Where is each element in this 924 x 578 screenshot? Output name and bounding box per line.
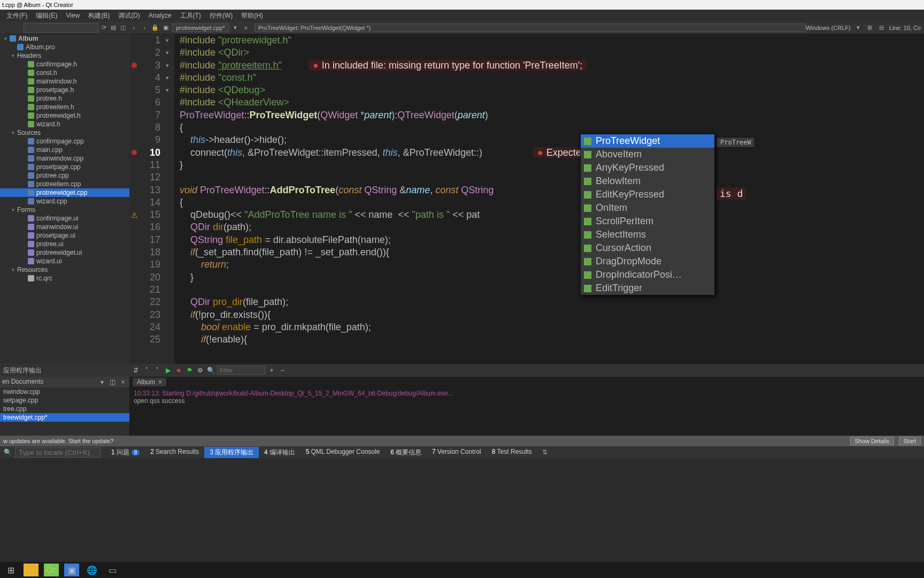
code-line[interactable]: connect(this, &ProTreeWidget::itemPresse… bbox=[180, 147, 924, 159]
line-ending-selector[interactable]: Windows (CRLF) bbox=[806, 25, 851, 31]
code-editor[interactable]: ⚠ 12345678910111213141516171819202122232… bbox=[129, 34, 924, 364]
status-tab[interactable]: 6概要信息 bbox=[385, 447, 427, 458]
code-line[interactable] bbox=[180, 284, 924, 296]
menu-item[interactable]: 帮助(H) bbox=[237, 10, 267, 21]
back-icon[interactable]: ‹ bbox=[129, 24, 138, 32]
tree-item[interactable]: main.cpp bbox=[0, 146, 129, 154]
code-line[interactable]: if(!enable){ bbox=[180, 333, 924, 346]
tree-item[interactable]: mainwindow.ui bbox=[0, 223, 129, 231]
tree-item[interactable]: ▾Resources bbox=[0, 265, 129, 274]
code-line[interactable]: void ProTreeWidget::AddProToTree(const Q… bbox=[180, 184, 924, 196]
dropdown-icon[interactable]: ▾ bbox=[231, 24, 240, 32]
tree-item[interactable]: ▾Forms bbox=[0, 206, 129, 214]
breakpoint-icon[interactable] bbox=[132, 150, 137, 155]
remove-icon[interactable]: − bbox=[278, 366, 287, 375]
split-v-icon[interactable]: ⊟ bbox=[877, 24, 886, 32]
open-doc-item[interactable]: treewidget.cpp* bbox=[0, 413, 129, 422]
start-update-button[interactable]: Start bbox=[899, 437, 921, 445]
code-line[interactable]: if(_set_path.find(file_path) != _set_pat… bbox=[180, 246, 924, 258]
status-tab[interactable]: 3应用程序输出 bbox=[204, 447, 259, 458]
warning-icon[interactable]: ⚠ bbox=[131, 211, 138, 219]
code-line[interactable]: QDir dir(path); bbox=[180, 221, 924, 233]
tree-item[interactable]: confirmpage.ui bbox=[0, 214, 129, 223]
tree-icon[interactable]: ⇵ bbox=[132, 366, 140, 375]
autocomplete-item[interactable]: CursorAction bbox=[581, 241, 714, 255]
tree-item[interactable]: rc.qrc bbox=[0, 274, 129, 283]
autocomplete-popup[interactable]: ProTreeWidgetAboveItemAnyKeyPressedBelow… bbox=[580, 134, 715, 295]
code-line[interactable]: if(!pro_dir.exists()){ bbox=[180, 309, 924, 321]
autocomplete-item[interactable]: SelectItems bbox=[581, 228, 714, 241]
up-icon[interactable]: ˄ bbox=[142, 366, 151, 375]
autocomplete-item[interactable]: EditTrigger bbox=[581, 282, 714, 295]
tree-item[interactable]: wizard.cpp bbox=[0, 197, 129, 206]
menu-item[interactable]: 构建(B) bbox=[84, 10, 114, 21]
menu-item[interactable]: 控件(W) bbox=[205, 10, 237, 21]
output-tab-album[interactable]: Album× bbox=[133, 378, 166, 386]
run-icon[interactable]: ▶ bbox=[164, 366, 172, 375]
open-doc-item[interactable]: setpage.cpp bbox=[0, 396, 129, 405]
more-icon[interactable]: ⇅ bbox=[541, 448, 549, 457]
code-line[interactable]: #include "const.h" bbox=[180, 72, 924, 84]
tree-item[interactable]: confirmpage.cpp bbox=[0, 137, 129, 146]
tree-item[interactable]: mainwindow.cpp bbox=[0, 154, 129, 163]
code-line[interactable]: QDir pro_dir(file_path); bbox=[180, 296, 924, 308]
project-root[interactable]: ▾Album bbox=[0, 34, 129, 43]
open-doc-item[interactable]: nwindow.cpp bbox=[0, 387, 129, 396]
menu-item[interactable]: Analyze bbox=[144, 11, 176, 20]
dropdown-icon[interactable]: ▾ bbox=[854, 24, 863, 32]
settings-icon[interactable]: ⚙ bbox=[196, 366, 204, 375]
fold-toggle[interactable]: ▾ bbox=[166, 72, 174, 84]
code-line[interactable]: this->header()->hide(); bbox=[180, 134, 924, 146]
code-line[interactable]: #include <QDebug> bbox=[180, 84, 924, 96]
autocomplete-item[interactable]: EditKeyPressed bbox=[581, 188, 714, 201]
autocomplete-item[interactable]: DragDropMode bbox=[581, 255, 714, 268]
locator-input[interactable] bbox=[15, 447, 101, 458]
autocomplete-item[interactable]: AboveItem bbox=[581, 148, 714, 161]
os-taskbar[interactable]: ⊞ Qc ▣ 🌐 ▭ bbox=[0, 562, 924, 578]
task-view-icon[interactable]: ⊞ bbox=[3, 564, 18, 576]
tree-item[interactable]: protree.ui bbox=[0, 240, 129, 248]
autocomplete-item[interactable]: BelowItem bbox=[581, 174, 714, 188]
tree-item[interactable]: confirmpage.h bbox=[0, 60, 129, 69]
tree-item[interactable]: wizard.ui bbox=[0, 257, 129, 265]
tree-item[interactable]: const.h bbox=[0, 69, 129, 77]
code-line[interactable]: #include "protreeitem.h" In included fil… bbox=[180, 59, 924, 72]
status-tab[interactable]: 2Search Results bbox=[145, 447, 204, 458]
explorer-icon[interactable] bbox=[24, 564, 38, 576]
tree-item[interactable]: protreewidget.h bbox=[0, 111, 129, 120]
output-filter[interactable] bbox=[217, 366, 265, 375]
tree-item[interactable]: ▾Sources bbox=[0, 128, 129, 137]
split-h-icon[interactable]: ⊞ bbox=[866, 24, 874, 32]
status-tab[interactable]: 7Version Control bbox=[427, 447, 487, 458]
tree-item[interactable]: protree.h bbox=[0, 94, 129, 103]
menu-item[interactable]: 编辑(E) bbox=[32, 10, 61, 21]
autocomplete-item[interactable]: OnItem bbox=[581, 201, 714, 215]
lock-icon[interactable]: 🔒 bbox=[151, 24, 159, 32]
code-line[interactable]: return; bbox=[180, 258, 924, 271]
split-icon[interactable]: ◫ bbox=[109, 378, 117, 386]
breakpoint-icon[interactable] bbox=[132, 63, 137, 68]
tree-item[interactable]: Album.pro bbox=[0, 43, 129, 51]
tree-item[interactable]: protree.cpp bbox=[0, 171, 129, 180]
filter-icon[interactable]: ▤ bbox=[109, 24, 118, 32]
autocomplete-item[interactable]: DropIndicatorPosi… bbox=[581, 268, 714, 282]
photos-icon[interactable]: ▣ bbox=[64, 564, 79, 576]
split-icon[interactable]: ◫ bbox=[119, 24, 127, 32]
rerun-icon[interactable]: ⚑ bbox=[185, 366, 194, 375]
fold-toggle[interactable]: ▾ bbox=[166, 84, 174, 96]
add-icon[interactable]: + bbox=[267, 366, 276, 375]
open-doc-item[interactable]: tree.cpp bbox=[0, 405, 129, 413]
tree-item[interactable]: wizard.h bbox=[0, 120, 129, 128]
menu-item[interactable]: 文件(F) bbox=[2, 10, 32, 21]
close-icon[interactable]: × bbox=[158, 378, 162, 386]
open-documents-pane[interactable]: en Documents▾ ◫ × nwindow.cppsetpage.cpp… bbox=[0, 377, 129, 436]
tree-item[interactable]: protreewidget.cpp bbox=[0, 188, 129, 197]
status-tab[interactable]: 8Test Results bbox=[487, 447, 537, 458]
sync-icon[interactable]: ⟳ bbox=[99, 24, 108, 32]
tree-item[interactable]: protreeitem.cpp bbox=[0, 180, 129, 188]
code-line[interactable]: { bbox=[180, 121, 924, 134]
open-file-tab[interactable]: protreewidget.cpp* bbox=[172, 24, 229, 32]
autocomplete-item[interactable]: ScrollPerItem bbox=[581, 215, 714, 228]
tree-item[interactable]: protreewidget.ui bbox=[0, 248, 129, 257]
autocomplete-item[interactable]: AnyKeyPressed bbox=[581, 161, 714, 174]
